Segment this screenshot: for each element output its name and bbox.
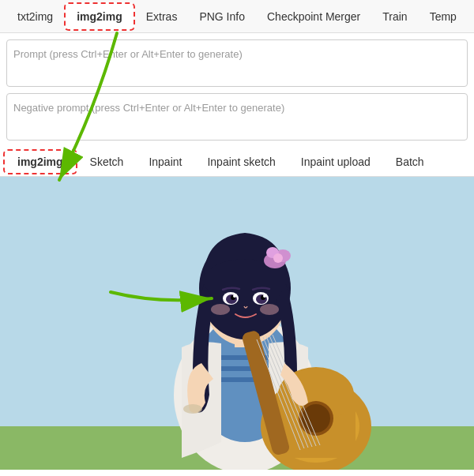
- negative-prompt-placeholder: Negative prompt (press Ctrl+Enter or Alt…: [13, 102, 284, 114]
- svg-point-24: [273, 253, 283, 263]
- tab-txt2img[interactable]: txt2img: [6, 4, 64, 29]
- positive-prompt-area[interactable]: Prompt (press Ctrl+Enter or Alt+Enter to…: [6, 39, 468, 87]
- tab-extras[interactable]: Extras: [135, 4, 189, 29]
- svg-point-18: [263, 294, 266, 298]
- sub-tab-img2img[interactable]: img2img: [3, 149, 77, 174]
- svg-point-17: [233, 294, 236, 298]
- svg-point-30: [302, 404, 330, 433]
- negative-prompt-area[interactable]: Negative prompt (press Ctrl+Enter or Alt…: [6, 93, 468, 141]
- uploaded-image: [0, 177, 474, 470]
- top-navigation: txt2img img2img Extras PNG Info Checkpoi…: [0, 0, 474, 33]
- sub-tab-inpaint-upload[interactable]: Inpaint upload: [288, 151, 383, 173]
- tab-img2img[interactable]: img2img: [64, 2, 135, 31]
- tab-checkpoint-merger[interactable]: Checkpoint Merger: [256, 4, 371, 29]
- image-display-area: [0, 177, 474, 470]
- sub-tab-inpaint-sketch[interactable]: Inpaint sketch: [194, 151, 288, 173]
- sub-tab-batch[interactable]: Batch: [383, 151, 437, 173]
- svg-point-20: [260, 304, 279, 315]
- sub-navigation: img2img Sketch Inpaint Inpaint sketch In…: [0, 147, 474, 177]
- tab-temp[interactable]: Temp: [419, 4, 468, 29]
- tab-png-info[interactable]: PNG Info: [188, 4, 256, 29]
- positive-prompt-placeholder: Prompt (press Ctrl+Enter or Alt+Enter to…: [13, 48, 243, 60]
- tab-train[interactable]: Train: [371, 4, 418, 29]
- svg-point-19: [211, 304, 230, 315]
- svg-point-38: [183, 404, 202, 414]
- sub-tab-sketch[interactable]: Sketch: [77, 151, 137, 173]
- sub-tab-inpaint[interactable]: Inpaint: [136, 151, 194, 173]
